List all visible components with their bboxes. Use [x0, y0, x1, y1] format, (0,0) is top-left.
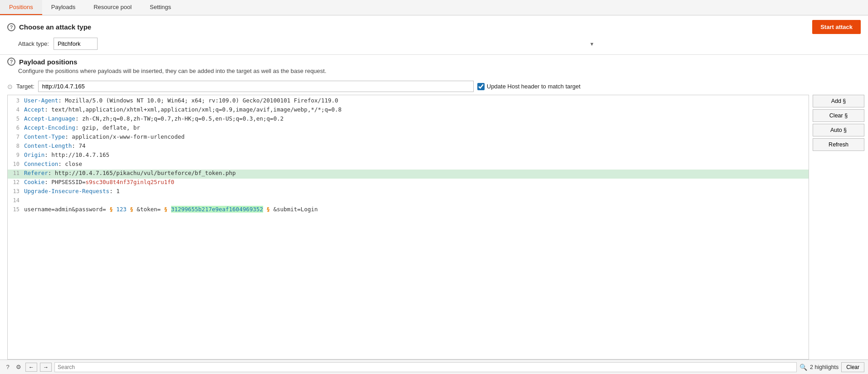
help-icon[interactable]: ? [4, 363, 12, 371]
main-content: ? Choose an attack type Start attack Att… [0, 15, 868, 374]
line-number: 13 [11, 188, 24, 194]
line-content [24, 197, 805, 204]
line-content: Cookie: PHPSESSID=s9sc30u8t4nf37ginlq25r… [24, 179, 805, 185]
line-content: Content-Length: 74 [24, 142, 805, 149]
payload-positions-description: Configure the positions where payloads w… [0, 66, 868, 78]
line-content: Accept-Encoding: gzip, deflate, br [24, 124, 805, 131]
line-content: Origin: http://10.4.7.165 [24, 151, 805, 158]
forward-button[interactable]: → [40, 363, 52, 372]
line-number: 8 [11, 142, 24, 149]
line-number: 9 [11, 151, 24, 158]
tab-positions[interactable]: Positions [0, 0, 42, 15]
line-content: username=admin&password= § 123 § &token=… [24, 206, 805, 213]
line-number: 5 [11, 115, 24, 122]
table-row: 11 Referer: http://10.4.7.165/pikachu/vu… [8, 170, 809, 179]
globe-icon: ⊙ [7, 83, 13, 90]
update-host-label: Update Host header to match target [487, 83, 581, 90]
line-content: User-Agent: Mozilla/5.0 (Windows NT 10.0… [24, 97, 805, 104]
tab-settings[interactable]: Settings [141, 0, 180, 15]
line-number: 10 [11, 160, 24, 167]
payload-positions-title-group: ? Payload positions [7, 58, 861, 66]
line-number: 12 [11, 179, 24, 185]
line-content: Content-Type: application/x-www-form-url… [24, 133, 805, 140]
highlights-count: 2 highlights [810, 364, 839, 370]
table-row: 9 Origin: http://10.4.7.165 [8, 151, 809, 160]
start-attack-button[interactable]: Start attack [812, 20, 861, 34]
target-input[interactable] [38, 81, 474, 92]
payload-positions-section: ? Payload positions [0, 54, 868, 66]
table-row: 12 Cookie: PHPSESSID=s9sc30u8t4nf37ginlq… [8, 179, 809, 188]
tab-payloads[interactable]: Payloads [42, 0, 84, 15]
auto-section-button[interactable]: Auto § [813, 124, 864, 136]
line-number: 14 [11, 197, 24, 204]
attack-type-title-group: ? Choose an attack type [7, 23, 91, 31]
clear-highlights-button[interactable]: Clear [841, 362, 864, 372]
line-number: 4 [11, 106, 24, 113]
target-label: Target: [16, 83, 34, 90]
line-content: Referer: http://10.4.7.165/pikachu/vul/b… [24, 170, 805, 176]
settings-icon[interactable]: ⚙ [15, 363, 23, 371]
table-row: 3 User-Agent: Mozilla/5.0 (Windows NT 10… [8, 97, 809, 106]
update-host-checkbox[interactable] [477, 83, 485, 90]
table-row: 6 Accept-Encoding: gzip, deflate, br [8, 124, 809, 133]
line-content: Accept: text/html,application/xhtml+xml,… [24, 106, 805, 113]
payload-positions-title: Payload positions [19, 58, 77, 66]
line-content: Accept-Language: zh-CN,zh;q=0.8,zh-TW;q=… [24, 115, 805, 122]
table-row: 5 Accept-Language: zh-CN,zh;q=0.8,zh-TW;… [8, 115, 809, 124]
table-row: 7 Content-Type: application/x-www-form-u… [8, 133, 809, 142]
attack-type-help-icon[interactable]: ? [7, 23, 15, 31]
attack-type-row: Attack type: Pitchfork Sniper Battering … [0, 38, 868, 54]
attack-type-title: Choose an attack type [19, 23, 91, 31]
attack-type-select-wrapper: Pitchfork Sniper Battering ram Cluster b… [54, 38, 598, 50]
request-panel[interactable]: 3 User-Agent: Mozilla/5.0 (Windows NT 10… [7, 95, 809, 359]
editor-area: 3 User-Agent: Mozilla/5.0 (Windows NT 10… [0, 95, 868, 359]
attack-type-section-header: ? Choose an attack type Start attack [0, 15, 868, 38]
line-content: Upgrade-Insecure-Requests: 1 [24, 188, 805, 194]
search-icon[interactable]: 🔍 [799, 364, 807, 371]
line-number: 6 [11, 124, 24, 131]
attack-type-label: Attack type: [18, 40, 49, 47]
attack-type-select[interactable]: Pitchfork Sniper Battering ram Cluster b… [54, 38, 98, 50]
table-row: 14 [8, 197, 809, 206]
line-content: Connection: close [24, 160, 805, 167]
target-row: ⊙ Target: Update Host header to match ta… [0, 78, 868, 95]
line-number: 15 [11, 206, 24, 213]
add-section-button[interactable]: Add § [813, 95, 864, 107]
line-number: 7 [11, 133, 24, 140]
update-host-checkbox-group: Update Host header to match target [477, 83, 581, 90]
refresh-button[interactable]: Refresh [813, 138, 864, 151]
table-row: 15 username=admin&password= § 123 § &tok… [8, 206, 809, 215]
tab-resource-pool[interactable]: Resource pool [84, 0, 141, 15]
tab-bar: Positions Payloads Resource pool Setting… [0, 0, 868, 15]
chevron-down-icon: ▼ [589, 41, 594, 47]
search-input[interactable] [54, 362, 797, 372]
table-row: 8 Content-Length: 74 [8, 142, 809, 151]
request-content[interactable]: 3 User-Agent: Mozilla/5.0 (Windows NT 10… [8, 95, 809, 359]
table-row: 13 Upgrade-Insecure-Requests: 1 [8, 188, 809, 197]
line-number: 11 [11, 170, 24, 176]
sidebar-buttons: Add § Clear § Auto § Refresh [809, 95, 868, 359]
payload-positions-help-icon[interactable]: ? [7, 58, 15, 66]
line-number: 3 [11, 97, 24, 104]
table-row: 10 Connection: close [8, 160, 809, 170]
back-button[interactable]: ← [25, 363, 37, 372]
table-row: 4 Accept: text/html,application/xhtml+xm… [8, 106, 809, 115]
clear-section-button[interactable]: Clear § [813, 109, 864, 122]
bottom-bar: ? ⚙ ← → 🔍 2 highlights Clear [0, 359, 868, 374]
